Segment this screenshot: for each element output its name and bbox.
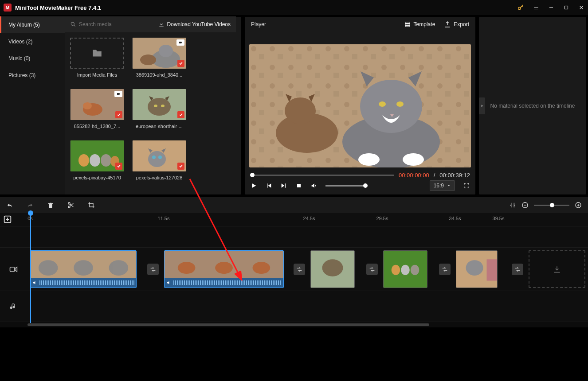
maximize-button[interactable] [563,4,569,11]
svg-rect-29 [117,93,119,95]
svg-point-40 [148,151,166,167]
svg-point-59 [322,259,343,276]
download-label: Download YouTube Videos [167,21,231,27]
app-logo: M [4,4,12,12]
video-badge-icon [114,91,122,97]
undo-button[interactable] [6,202,13,209]
svg-point-33 [161,105,165,107]
timeline-clip[interactable] [456,250,498,288]
svg-point-42 [158,156,162,159]
overlay-track[interactable] [0,226,588,248]
video-badge-icon [176,39,184,46]
svg-point-56 [215,262,233,274]
svg-rect-25 [179,42,181,43]
sidebar-item-videos[interactable]: Videos (2) [0,33,65,50]
transition-slot[interactable] [294,264,305,275]
ruler-mark: 39.5s [493,216,505,221]
video-track-icon [9,265,18,274]
panel-collapse-button[interactable] [479,97,485,114]
volume-slider[interactable] [325,185,365,187]
ruler-mark: 11.5s [158,216,170,221]
svg-point-24 [140,54,156,65]
playhead[interactable] [30,213,31,323]
split-button[interactable] [67,202,74,209]
checked-icon [115,163,122,170]
add-track-button[interactable] [3,214,12,224]
timeline-ruler[interactable]: 0s 11.5s 24.5s 29.5s 34.5s 39.5s [0,213,588,226]
ruler-mark: 24.5s [303,216,315,221]
sidebar-item-pictures[interactable]: Pictures (3) [0,67,65,84]
crop-button[interactable] [88,202,95,209]
zoom-out-button[interactable] [521,202,529,209]
timeline-clip[interactable] [310,250,355,288]
properties-panel: No material selected on the timeline [479,17,586,194]
search-icon [70,21,76,27]
speaker-icon [32,280,38,285]
media-sidebar: My Album (5) Videos (2) Music (0) Pictur… [0,16,65,194]
svg-point-32 [154,105,157,107]
media-browser: My Album (5) Videos (2) Music (0) Pictur… [0,16,236,194]
svg-rect-66 [487,259,497,280]
svg-point-62 [401,265,410,275]
timeline-clip[interactable] [164,250,284,288]
media-thumb[interactable]: pexels-vatius-127028 [132,140,186,180]
speaker-icon [166,280,172,285]
close-button[interactable] [578,4,584,11]
audio-track[interactable] [0,291,588,322]
download-icon [553,265,561,274]
menu-icon[interactable] [533,4,539,11]
svg-point-31 [148,98,171,116]
svg-rect-49 [10,267,15,272]
zoom-slider[interactable] [534,205,569,206]
transition-slot[interactable] [439,264,451,275]
search-media[interactable] [70,21,155,27]
timeline-scrollbar[interactable] [0,322,588,327]
download-youtube-button[interactable]: Download YouTube Videos [158,21,231,27]
timeline-toolbar [0,197,588,213]
svg-point-41 [152,156,156,159]
media-thumb[interactable]: pexels-pixabay-45170 [70,140,124,180]
svg-point-36 [90,154,100,167]
video-track[interactable] [0,248,588,291]
svg-point-37 [101,154,111,167]
svg-point-35 [78,154,89,167]
media-thumb[interactable]: european-shorthair-... [132,89,186,129]
progress-bar[interactable] [250,175,394,176]
sidebar-item-my-album[interactable]: My Album (5) [0,16,65,33]
import-media-button[interactable]: Import Media Files [70,38,124,78]
media-thumb[interactable]: 3869109-uhd_3840... [132,38,186,78]
checked-icon [177,111,184,118]
timeline-clip[interactable] [30,250,137,288]
media-thumb[interactable]: 855282-hd_1280_7... [70,89,124,129]
checked-icon [177,60,184,67]
transition-slot[interactable] [147,264,159,275]
search-input[interactable] [79,21,132,27]
sidebar-item-music[interactable]: Music (0) [0,50,65,67]
properties-empty-text: No material selected on the timeline [490,103,575,109]
timeline-dropzone[interactable] [529,250,585,288]
fit-timeline-button[interactable] [509,202,516,209]
app-title: MiniTool MovieMaker Free 7.4.1 [15,4,101,11]
svg-point-53 [109,260,129,276]
svg-point-0 [518,7,521,9]
checked-icon [115,111,122,118]
minimize-button[interactable] [548,4,554,11]
svg-point-52 [74,260,93,276]
svg-point-55 [178,262,196,274]
svg-point-65 [466,260,483,276]
key-icon[interactable] [517,4,524,11]
zoom-in-button[interactable] [575,202,582,209]
timeline: 0s 11.5s 24.5s 29.5s 34.5s 39.5s [0,213,588,327]
ruler-mark: 34.5s [449,216,461,221]
redo-button[interactable] [27,202,34,209]
svg-point-63 [411,265,419,275]
svg-rect-1 [565,6,568,9]
svg-point-51 [39,260,58,276]
timeline-clip[interactable] [383,250,427,288]
transition-slot[interactable] [512,264,523,275]
delete-button[interactable] [47,202,54,209]
svg-point-28 [83,102,92,109]
svg-point-23 [159,45,173,57]
checked-icon [177,163,184,170]
transition-slot[interactable] [366,264,378,275]
